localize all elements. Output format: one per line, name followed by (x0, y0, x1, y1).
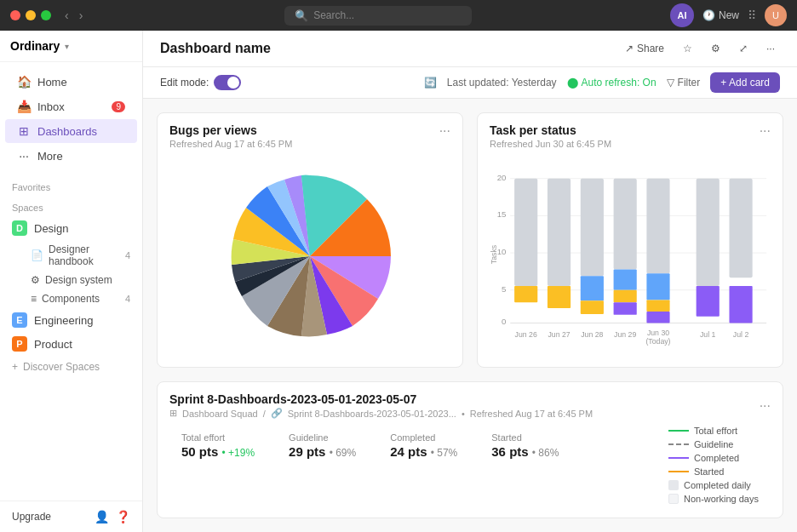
started-value: 36 pts • 86% (491, 444, 559, 459)
guideline-label: Guideline (289, 432, 356, 443)
sidebar-item-designer-handbook[interactable]: 📄 Designer handbook 4 (0, 240, 142, 271)
sidebar-item-inbox[interactable]: 📥 Inbox 9 (5, 94, 137, 118)
metric-guideline: Guideline 29 pts • 69% (289, 432, 356, 497)
star-button[interactable]: ☆ (678, 39, 697, 58)
bar-chart-svg: 20 15 10 5 0 Tasks (490, 161, 771, 348)
bar-jun28-gray (581, 179, 604, 277)
edit-mode-switch[interactable] (214, 75, 241, 90)
expand-button[interactable]: ⤢ (734, 39, 753, 58)
guideline-pct: • 69% (330, 447, 357, 459)
user-icon[interactable]: 👤 (95, 510, 109, 523)
ai-badge[interactable]: AI (670, 3, 694, 27)
completed-value: 24 pts • 57% (390, 444, 457, 459)
window-controls (10, 10, 51, 20)
components-label: Components (42, 293, 100, 305)
task-card-menu[interactable]: ··· (760, 123, 771, 139)
filter-button[interactable]: ▽ Filter (667, 77, 701, 89)
total-effort-value: 50 pts • +19% (181, 444, 255, 459)
add-card-button[interactable]: + Add card (710, 72, 780, 93)
upgrade-button[interactable]: Upgrade (12, 511, 88, 523)
legend-label-nonworking: Non-working days (684, 494, 759, 504)
close-dot[interactable] (10, 10, 20, 20)
minimize-dot[interactable] (26, 10, 36, 20)
help-icon[interactable]: ❓ (116, 510, 130, 523)
legend-line-started (668, 471, 689, 472)
share-button[interactable]: ↗ Share (620, 39, 669, 58)
bar-jul1-purple (697, 286, 720, 317)
bar-jun29-purple (614, 302, 637, 315)
sidebar-item-more[interactable]: ··· More (5, 144, 137, 168)
toggle-knob (227, 77, 239, 89)
bar-jul1-gray (697, 179, 720, 286)
bar-jun26-yellow (514, 286, 537, 302)
x-jun26: Jun 26 (515, 330, 537, 339)
expand-icon: ⤢ (739, 43, 748, 54)
home-icon: 🏠 (17, 75, 31, 89)
sidebar-space-product[interactable]: P Product (0, 332, 142, 356)
forward-button[interactable]: › (76, 7, 87, 24)
doc-icon: 📄 (31, 249, 43, 261)
sidebar-space-design[interactable]: D Design (0, 216, 142, 240)
x-jul1: Jul 1 (700, 330, 716, 339)
legend-dash-guideline (668, 443, 689, 445)
legend-completed: Completed (668, 453, 759, 463)
sidebar-item-home[interactable]: 🏠 Home (5, 70, 137, 94)
inbox-label: Inbox (37, 100, 65, 113)
bar-jun30-gray (646, 179, 669, 274)
x-today: (Today) (645, 337, 670, 346)
breadcrumb-sep: / (263, 409, 266, 419)
x-jun28: Jun 28 (581, 330, 603, 339)
edit-mode-label: Edit mode: (160, 77, 209, 89)
engineering-space-icon: E (12, 312, 27, 328)
dashboards-icon: ⊞ (17, 124, 31, 138)
sidebar-space-engineering[interactable]: E Engineering (0, 308, 142, 332)
x-jun29: Jun 29 (614, 330, 636, 339)
back-button[interactable]: ‹ (61, 7, 72, 24)
dashboards-label: Dashboards (37, 125, 97, 138)
y-label-15: 15 (497, 209, 507, 219)
main-nav: 🏠 Home 📥 Inbox 9 ⊞ Dashboards ··· More (0, 62, 142, 175)
sprint-legend: Total effort Guideline Completed St (668, 426, 771, 504)
sprint-header: Sprint 8-Dashboards-2023-05-01-2023-05-0… (158, 382, 783, 426)
nav-arrows: ‹ › (61, 7, 86, 24)
auto-refresh-dot: ⬤ (567, 77, 578, 89)
legend-box-nonworking (668, 494, 679, 504)
legend-label-completed: Completed (694, 453, 739, 463)
gear-icon: ⚙ (711, 43, 720, 54)
y-label-5: 5 (502, 284, 506, 294)
ellipsis-icon: ··· (766, 43, 775, 54)
bar-jun29-blue (614, 269, 637, 289)
more-options-button[interactable]: ··· (761, 39, 780, 58)
link-icon: ⚙ (31, 274, 40, 286)
avatar[interactable]: U (765, 4, 787, 26)
chevron-down-icon: ▾ (65, 42, 69, 51)
new-button[interactable]: 🕐 New (702, 9, 739, 21)
sprint-chart-svg: 50 40 30 (169, 511, 771, 518)
plus-icon: + (12, 361, 18, 373)
search-bar[interactable]: 🔍 Search... (284, 6, 472, 26)
sidebar-item-dashboards[interactable]: ⊞ Dashboards (5, 119, 137, 143)
sprint-card-menu[interactable]: ··· (760, 398, 771, 414)
inbox-badge: 9 (112, 101, 125, 112)
sidebar-item-design-system[interactable]: ⚙ Design system (0, 271, 142, 289)
workspace-selector[interactable]: Ordinary ▾ (0, 31, 142, 62)
auto-refresh-indicator[interactable]: ⬤ Auto refresh: On (567, 77, 657, 89)
bugs-card-header: Bugs per views Refreshed Aug 17 at 6:45 … (158, 113, 462, 154)
design-space-label: Design (34, 222, 68, 235)
favorites-section: Favorites (0, 175, 142, 196)
bar-jun28-yellow (581, 300, 604, 314)
product-space-label: Product (34, 338, 72, 351)
breadcrumb2: Sprint 8-Dashboards-2023-05-01-2023... (288, 409, 456, 419)
discover-spaces[interactable]: + Discover Spaces (0, 356, 142, 378)
x-jul2: Jul 2 (733, 330, 749, 339)
bugs-card-menu[interactable]: ··· (439, 123, 450, 139)
grid-icon[interactable]: ⠿ (748, 9, 756, 22)
guideline-value: 29 pts • 69% (289, 444, 356, 459)
x-jun27: Jun 27 (548, 330, 570, 339)
bar-jun30-purple (646, 312, 669, 323)
bar-jun27-yellow (548, 286, 571, 308)
design-space-icon: D (12, 220, 27, 236)
settings-button[interactable]: ⚙ (706, 39, 725, 58)
sidebar-item-components[interactable]: ≡ Components 4 (0, 289, 142, 308)
maximize-dot[interactable] (41, 10, 51, 20)
